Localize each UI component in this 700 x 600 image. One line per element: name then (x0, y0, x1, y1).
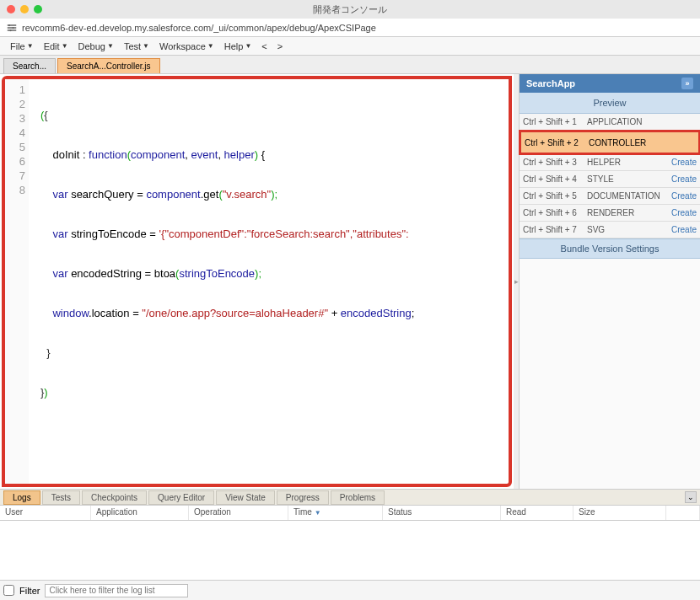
code-editor[interactable]: 1 2 3 4 5 6 7 8 ({ doInit : function(com… (2, 76, 512, 487)
bundle-row-style[interactable]: Ctrl + Shift + 4 STYLE Create (520, 171, 700, 188)
bundle-row-documentation[interactable]: Ctrl + Shift + 5 DOCUMENTATION Create (520, 188, 700, 205)
file-tabs-bar: Search... SearchA...Controller.js (0, 56, 700, 74)
bundle-items: Ctrl + Shift + 1 APPLICATION Ctrl + Shif… (520, 114, 700, 238)
bundle-row-helper[interactable]: Ctrl + Shift + 3 HELPER Create (520, 154, 700, 171)
create-link[interactable]: Create (671, 174, 697, 184)
bundle-row-renderer[interactable]: Ctrl + Shift + 6 RENDERER Create (520, 205, 700, 222)
url-text: revcomm6-dev-ed.develop.my.salesforce.co… (22, 23, 376, 33)
panel-collapse-icon[interactable]: ⌄ (685, 491, 697, 503)
tab-view-state[interactable]: View State (216, 490, 275, 505)
menu-edit[interactable]: Edit▼ (39, 41, 73, 51)
svg-point-5 (9, 29, 11, 30)
bundle-header: SearchApp » (520, 74, 700, 93)
tab-logs[interactable]: Logs (3, 490, 40, 505)
log-table-header: User Application Operation Time ▼ Status… (0, 506, 700, 521)
main-area: 1 2 3 4 5 6 7 8 ({ doInit : function(com… (0, 74, 700, 489)
url-bar: revcomm6-dev-ed.develop.my.salesforce.co… (0, 19, 700, 37)
filter-input[interactable] (45, 584, 188, 597)
menu-file[interactable]: File▼ (5, 41, 39, 51)
bundle-row-controller[interactable]: Ctrl + Shift + 2 CONTROLLER (519, 130, 700, 155)
create-link[interactable]: Create (671, 208, 697, 217)
svg-rect-1 (8, 27, 17, 29)
code-content[interactable]: ({ doInit : function(component, event, h… (29, 79, 509, 484)
file-tab-active[interactable]: SearchA...Controller.js (57, 58, 160, 73)
menu-bar: File▼ Edit▼ Debug▼ Test▼ Workspace▼ Help… (0, 37, 700, 56)
svg-point-3 (8, 24, 10, 25)
col-application[interactable]: Application (91, 506, 189, 520)
bundle-row-application[interactable]: Ctrl + Shift + 1 APPLICATION (520, 114, 700, 131)
window-title: 開発者コンソール (313, 3, 387, 16)
tab-query-editor[interactable]: Query Editor (148, 490, 214, 505)
sort-desc-icon: ▼ (315, 509, 321, 517)
panel-expand-icon[interactable]: » (681, 78, 693, 89)
tab-prev[interactable]: < (256, 41, 272, 51)
col-size[interactable]: Size (573, 506, 666, 520)
tab-next[interactable]: > (272, 41, 288, 51)
col-read[interactable]: Read (501, 506, 573, 520)
bundle-version-settings[interactable]: Bundle Version Settings (520, 238, 700, 259)
svg-point-4 (12, 26, 13, 28)
close-button[interactable] (7, 5, 15, 13)
log-footer: Filter (0, 580, 700, 600)
tab-checkpoints[interactable]: Checkpoints (82, 490, 147, 505)
bundle-panel: SearchApp » Preview Ctrl + Shift + 1 APP… (519, 74, 700, 489)
log-table-body (0, 521, 700, 580)
menu-workspace[interactable]: Workspace▼ (154, 41, 219, 51)
site-settings-icon[interactable] (7, 23, 17, 33)
traffic-lights (7, 5, 42, 13)
file-tab[interactable]: Search... (3, 58, 56, 73)
filter-label: Filter (19, 586, 40, 596)
line-gutter: 1 2 3 4 5 6 7 8 (5, 79, 29, 484)
menu-debug[interactable]: Debug▼ (73, 41, 119, 51)
menu-test[interactable]: Test▼ (119, 41, 154, 51)
col-time[interactable]: Time ▼ (288, 506, 383, 520)
minimize-button[interactable] (20, 5, 29, 13)
bottom-tabs: Logs Tests Checkpoints Query Editor View… (0, 489, 700, 506)
zoom-button[interactable] (34, 5, 42, 13)
titlebar: 開発者コンソール (0, 0, 700, 19)
menu-help[interactable]: Help▼ (219, 41, 257, 51)
tab-problems[interactable]: Problems (331, 490, 385, 505)
create-link[interactable]: Create (671, 225, 697, 234)
svg-rect-2 (8, 29, 17, 31)
bundle-row-svg[interactable]: Ctrl + Shift + 7 SVG Create (520, 222, 700, 238)
create-link[interactable]: Create (671, 191, 697, 201)
col-user[interactable]: User (0, 506, 91, 520)
col-status[interactable]: Status (383, 506, 501, 520)
tab-progress[interactable]: Progress (277, 490, 329, 505)
preview-button[interactable]: Preview (520, 93, 700, 114)
create-link[interactable]: Create (671, 158, 697, 167)
col-operation[interactable]: Operation (189, 506, 288, 520)
filter-checkbox[interactable] (3, 585, 14, 596)
tab-tests[interactable]: Tests (42, 490, 80, 505)
